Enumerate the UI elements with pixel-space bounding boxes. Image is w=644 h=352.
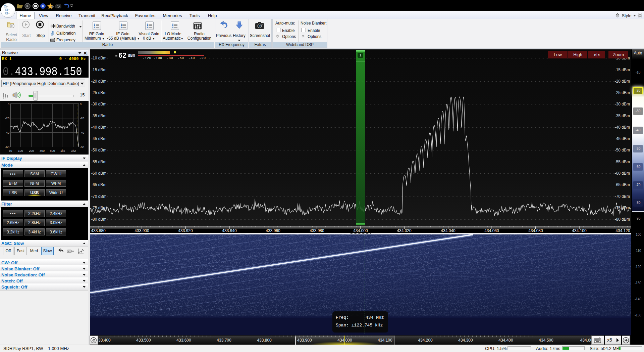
svg-text:0: 0 xyxy=(80,102,82,106)
svg-text:1k6: 1k6 xyxy=(60,149,65,152)
svg-text:-40: -40 xyxy=(5,131,9,134)
svg-text:0: 0 xyxy=(8,102,9,106)
svg-text:-40: -40 xyxy=(80,131,84,134)
svg-text:-20: -20 xyxy=(5,117,9,120)
svg-text:800: 800 xyxy=(50,149,55,152)
svg-text:400: 400 xyxy=(40,149,45,152)
svg-text:50: 50 xyxy=(9,149,12,152)
svg-text:-60: -60 xyxy=(5,145,9,149)
svg-text:100: 100 xyxy=(18,149,23,152)
svg-text:200: 200 xyxy=(29,149,34,152)
svg-text:-60: -60 xyxy=(80,145,84,149)
svg-text:3k2: 3k2 xyxy=(71,149,76,152)
svg-text:-20: -20 xyxy=(80,117,84,120)
